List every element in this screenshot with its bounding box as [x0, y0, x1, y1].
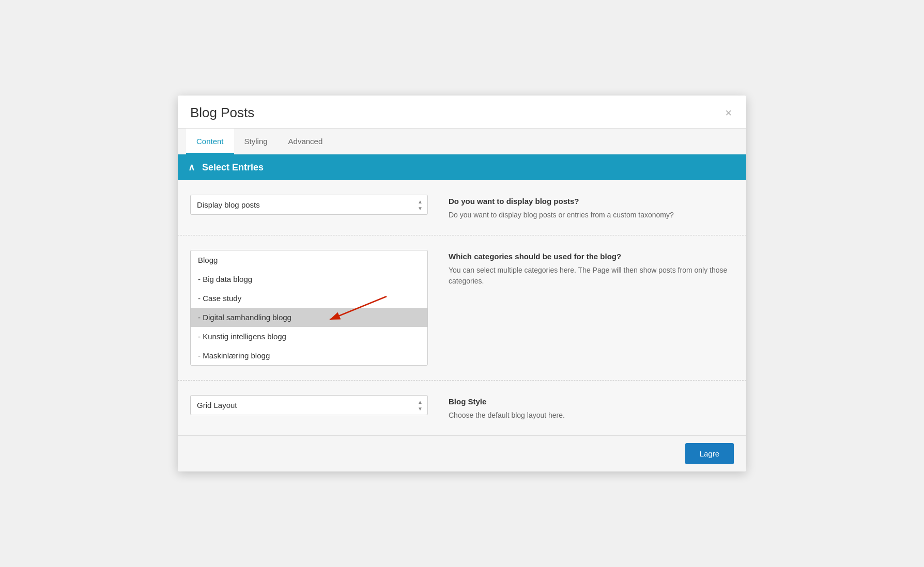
tab-advanced[interactable]: Advanced [278, 129, 333, 154]
help-title-blog-style: Blog Style [449, 397, 734, 406]
save-button[interactable]: Lagre [685, 443, 734, 464]
modal: Blog Posts × Content Styling Advanced ∧ … [178, 96, 746, 471]
list-item[interactable]: - Maskinlæring blogg [191, 346, 427, 365]
form-left-blog-style: Grid Layout List Layout Masonry Layout ▲… [190, 395, 428, 421]
modal-title: Blog Posts [190, 105, 254, 121]
form-left-categories: Blogg - Big data blogg - Case study - Di… [190, 250, 428, 366]
section-title: Select Entries [202, 162, 264, 173]
form-row-blog-style: Grid Layout List Layout Masonry Layout ▲… [178, 381, 746, 435]
tab-styling[interactable]: Styling [234, 129, 278, 154]
chevron-icon: ∧ [188, 162, 195, 173]
content-area: Display blog posts Display custom taxono… [178, 180, 746, 435]
modal-header: Blog Posts × [178, 96, 746, 129]
form-left-display: Display blog posts Display custom taxono… [190, 195, 428, 220]
help-title-categories: Which categories should be used for the … [449, 252, 734, 261]
display-type-select[interactable]: Display blog posts Display custom taxono… [190, 195, 428, 215]
form-right-categories: Which categories should be used for the … [449, 250, 734, 366]
form-row-display-type: Display blog posts Display custom taxono… [178, 180, 746, 235]
blog-style-select[interactable]: Grid Layout List Layout Masonry Layout [190, 395, 428, 415]
tabs-bar: Content Styling Advanced [178, 129, 746, 154]
list-item[interactable]: - Case study [191, 289, 427, 308]
arrow-annotation: Blogg - Big data blogg - Case study - Di… [190, 250, 428, 366]
tab-content[interactable]: Content [186, 129, 234, 154]
help-text-blog-style: Choose the default blog layout here. [449, 410, 734, 421]
list-item[interactable]: - Kunstig intelligens blogg [191, 327, 427, 346]
list-item[interactable]: Blogg [191, 250, 427, 270]
blog-style-select-wrapper: Grid Layout List Layout Masonry Layout ▲… [190, 395, 428, 415]
form-right-blog-style: Blog Style Choose the default blog layou… [449, 395, 734, 421]
help-text-categories: You can select multiple categories here.… [449, 265, 734, 287]
list-item[interactable]: - Big data blogg [191, 270, 427, 289]
form-row-categories: Blogg - Big data blogg - Case study - Di… [178, 235, 746, 381]
list-item-selected[interactable]: - Digital samhandling blogg [191, 308, 427, 327]
modal-footer: Lagre [178, 435, 746, 471]
display-type-select-wrapper: Display blog posts Display custom taxono… [190, 195, 428, 215]
section-header[interactable]: ∧ Select Entries [178, 154, 746, 180]
close-button[interactable]: × [723, 107, 734, 119]
form-right-display: Do you want to display blog posts? Do yo… [449, 195, 734, 220]
help-text-display: Do you want to display blog posts or ent… [449, 210, 734, 220]
help-title-display: Do you want to display blog posts? [449, 197, 734, 206]
categories-listbox: Blogg - Big data blogg - Case study - Di… [190, 250, 428, 366]
